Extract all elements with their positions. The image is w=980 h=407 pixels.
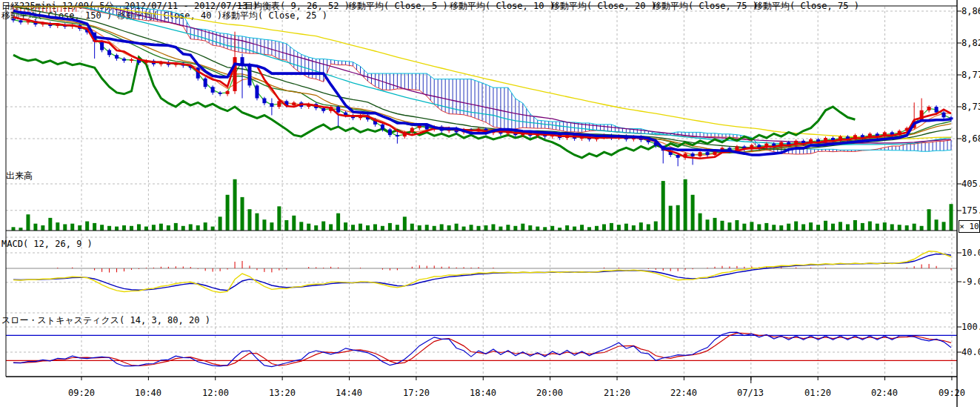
stoch-axis-tick-label: 40.0 [961, 347, 980, 357]
price-axis-tick-label: 8,82 [961, 38, 980, 48]
time-axis-label: 07/13 [727, 388, 774, 398]
time-axis-label: 13:20 [259, 388, 306, 398]
trading-chart-window: 日経225mini 12/09( 5分, 2012/07/11 - 2012/0… [0, 0, 980, 407]
price-axis-tick-label: 8,86 [961, 6, 980, 16]
time-axis-label: 02:40 [861, 388, 908, 398]
time-axis-label: 12:00 [192, 388, 239, 398]
time-axis-label: 10:40 [124, 388, 172, 398]
time-axis-label: 20:00 [526, 388, 573, 398]
time-axis-label: 01:20 [794, 388, 841, 398]
price-axis-tick-label: 8,77 [961, 70, 980, 80]
time-axis-label: 18:40 [459, 388, 507, 398]
time-axis-label: 22:40 [660, 388, 707, 398]
time-axis-label: 21:20 [593, 388, 641, 398]
volume-axis-tick-label: 175. [961, 205, 980, 216]
time-axis-label: 14:40 [325, 388, 373, 398]
volume-axis-tick-label: 405. [961, 179, 980, 189]
chart-canvas[interactable] [0, 0, 980, 407]
price-axis-tick-label: 8,73 [961, 102, 980, 112]
time-axis-label: 09:20 [928, 388, 976, 398]
price-axis-tick-label: 8,68 [961, 133, 980, 144]
macd-axis-tick-label: 10.0 [961, 248, 980, 258]
macd-axis-tick-label: -9.0 [961, 277, 980, 287]
time-axis-label: 09:20 [58, 388, 105, 398]
volume-scale-box: × 10 [959, 220, 980, 233]
stoch-axis-tick-label: 100. [961, 322, 980, 332]
time-axis-label: 17:20 [393, 388, 440, 398]
